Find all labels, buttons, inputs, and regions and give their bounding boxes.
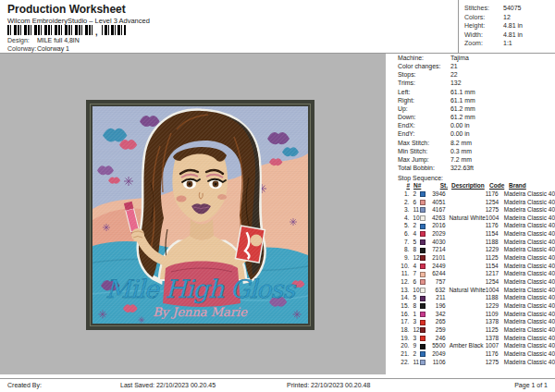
stat-line: Width:4.81 in	[464, 31, 555, 40]
colorway-label: Colorway:	[7, 45, 35, 52]
thread-brand: Madeira Classic 40	[504, 302, 555, 311]
stitch-count: 2029	[429, 230, 446, 239]
stop-sequence-row: 18.122591125Madeira Classic 40	[398, 326, 555, 335]
machine-info-value: 0.3 mm	[450, 147, 472, 155]
stop-number: 5.	[398, 222, 409, 230]
thread-code: 1176	[486, 222, 504, 230]
needle-number: 5	[409, 239, 420, 247]
stitch-count: 196	[429, 302, 446, 311]
machine-info-label: Color changes:	[398, 62, 450, 70]
design-stats-box: Stitches:54075Colors:12Height:4.81 inWid…	[458, 0, 555, 53]
thread-code: 1275	[486, 206, 504, 214]
machine-info-row: Right:61.1 mm	[398, 96, 555, 104]
thread-color-swatch	[420, 288, 428, 293]
thread-code: 1125	[486, 326, 504, 335]
thread-description: Natural White	[445, 214, 485, 223]
design-preview-image: Mile High Gloss By Jenna Marie	[86, 100, 314, 330]
needle-number: 5	[409, 294, 420, 302]
thread-code: 1188	[486, 239, 504, 247]
thread-brand: Madeira Classic 40	[504, 199, 555, 207]
stitch-count: 211	[429, 294, 446, 302]
machine-info-label: Machine:	[398, 54, 450, 62]
stop-number: 7.	[398, 239, 409, 247]
stitch-count: 342	[429, 311, 446, 319]
needle-number: 2	[409, 190, 420, 199]
needle-number: 2	[409, 350, 420, 359]
thread-brand: Madeira Classic 40	[504, 254, 555, 263]
thread-color-swatch	[420, 360, 429, 365]
thread-brand: Madeira Classic 40	[504, 318, 555, 326]
stop-sequence-row: 10.424491154Madeira Classic 40	[398, 263, 555, 271]
thread-color-swatch	[420, 312, 429, 317]
machine-info-value: Tajima	[450, 54, 469, 62]
thread-color-swatch	[420, 191, 429, 197]
stitch-count: 4263	[428, 214, 445, 223]
needle-number: 6	[409, 199, 420, 207]
thread-code: 1217	[486, 270, 504, 278]
thread-color-swatch	[420, 327, 429, 333]
machine-info-row: EndX:0.00 in	[398, 121, 555, 129]
thread-code: 1254	[486, 278, 504, 287]
machine-info-panel: Machine:TajimaColor changes:21Stops:22Tr…	[386, 54, 555, 377]
thread-color-chip	[420, 215, 426, 221]
thread-color-chip	[420, 320, 426, 325]
thread-color-swatch	[420, 336, 429, 341]
stitch-count: 4051	[429, 199, 446, 207]
stitch-count: 2449	[429, 263, 446, 271]
thread-code: 1154	[486, 263, 504, 271]
stat-line: Stitches:54075	[464, 4, 555, 13]
needle-number: 4	[409, 230, 420, 239]
app-subtitle: Wilcom EmbroideryStudio – Level 3 Advanc…	[7, 17, 150, 25]
needle-number: 3	[409, 335, 420, 343]
stitch-count: 2016	[429, 222, 446, 230]
stop-sequence-row: 5.220161176Madeira Classic 40	[398, 222, 555, 230]
stat-line: Zoom:1:1	[464, 39, 555, 48]
machine-info-label: Max Jump:	[398, 155, 450, 164]
thread-brand: Madeira Classic 40	[504, 222, 555, 230]
stat-label: Zoom:	[464, 39, 503, 48]
thread-code: 1007	[486, 342, 504, 350]
needle-number: 12	[409, 326, 420, 335]
printed-label: Printed: 22/10/2023 00.20.48	[287, 382, 370, 388]
machine-info-label: Up:	[398, 104, 450, 113]
stat-value: 4.81 in	[503, 21, 523, 31]
thread-color-swatch	[420, 351, 429, 357]
stop-sequence-rows: 1.239461176Madeira Classic 402.640511254…	[398, 190, 555, 366]
stop-sequence-title: Stop Sequence:	[398, 174, 555, 182]
thread-description: Amber Black	[446, 342, 486, 350]
machine-info-label: EndX:	[398, 121, 450, 129]
machine-info-label: Stops:	[398, 70, 450, 79]
stat-value: 4.81 in	[503, 31, 523, 40]
thread-color-swatch	[420, 248, 429, 253]
needle-number: 6	[409, 278, 420, 287]
thread-code: 1378	[486, 318, 504, 326]
last-saved-label: Last Saved: 22/10/2023 00.20.45	[120, 382, 216, 388]
stat-line: Colors:12	[464, 13, 555, 22]
stat-label: Stitches:	[464, 4, 503, 13]
needle-number: 4	[409, 263, 420, 271]
page-number-label: Page 1 of 1	[514, 382, 548, 388]
thread-brand: Madeira Classic 40	[504, 342, 555, 350]
thread-color-chip	[420, 248, 426, 253]
machine-info-value: 61.1 mm	[450, 88, 475, 96]
thread-color-swatch	[420, 279, 429, 285]
thread-code: 1176	[486, 190, 504, 199]
thread-color-swatch	[420, 303, 429, 309]
thread-color-chip	[420, 360, 426, 365]
needle-number: 2	[409, 222, 420, 230]
stat-line: Height:4.81 in	[464, 21, 555, 31]
stop-number: 10.	[398, 263, 409, 271]
stitch-count: 3946	[429, 190, 446, 199]
thread-color-swatch	[420, 200, 429, 205]
stop-sequence-row: 7.540301188Madeira Classic 40	[398, 239, 555, 247]
machine-info-list: Machine:TajimaColor changes:21Stops:22Tr…	[398, 54, 555, 172]
stitch-count: 265	[429, 318, 446, 326]
stop-number: 8.	[398, 246, 409, 254]
stop-number: 4.	[398, 214, 409, 223]
column-header: Description	[448, 182, 489, 190]
thread-color-swatch	[420, 231, 429, 237]
stat-value: 12	[503, 13, 511, 22]
stitch-count: 632	[428, 287, 445, 295]
thread-color-chip	[420, 224, 426, 229]
needle-number: 1	[409, 311, 420, 319]
